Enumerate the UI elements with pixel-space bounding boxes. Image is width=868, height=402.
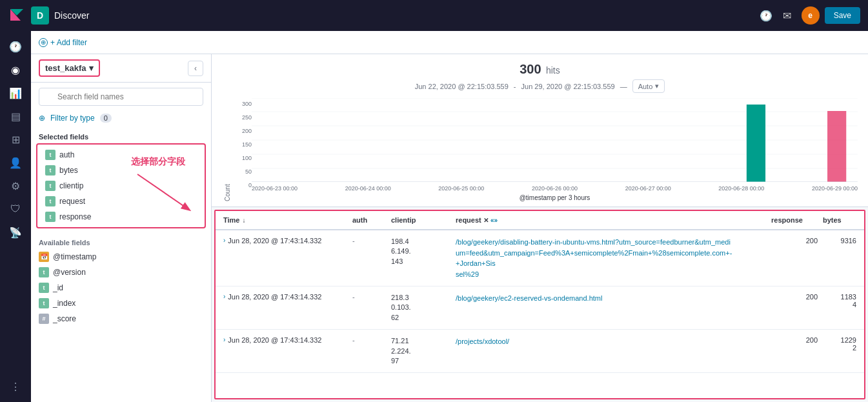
- x-label-3: 2020-06-25 00:00: [438, 185, 484, 192]
- td-expand-3[interactable]: › Jun 28, 2020 @ 17:43:14.332: [221, 335, 350, 345]
- kibana-logo-icon: [8, 6, 26, 25]
- expand-row-icon[interactable]: ›: [223, 336, 225, 343]
- field-item-bytes[interactable]: t bytes: [37, 163, 205, 178]
- td-clientip-1: 198.46.149.143: [389, 236, 453, 268]
- field-item-id[interactable]: t _id: [31, 280, 211, 296]
- content-area: 300 hits Jun 22, 2020 @ 22:15:03.559 - J…: [212, 54, 868, 402]
- nav-dots-icon[interactable]: ⋮: [5, 376, 26, 397]
- field-type-t-icon: t: [39, 283, 49, 293]
- th-time[interactable]: Time ↓: [221, 215, 350, 225]
- field-item-request[interactable]: t request: [37, 194, 205, 209]
- sidebar: test_kakfa ▾ ‹ ⌕ ⊕ Filter by type: [31, 54, 212, 402]
- chevron-down-icon: ▾: [89, 63, 94, 73]
- expand-row-icon[interactable]: ›: [223, 237, 225, 244]
- field-search-container: ⌕: [31, 83, 211, 111]
- clock-icon[interactable]: 🕐: [760, 10, 772, 22]
- index-name-label: test_kakfa: [45, 63, 86, 73]
- field-type-t-icon: t: [45, 212, 56, 222]
- index-selector[interactable]: test_kakfa ▾: [39, 59, 100, 77]
- td-expand-1[interactable]: › Jun 28, 2020 @ 17:43:14.332: [221, 236, 350, 246]
- th-time-label: Time: [223, 216, 239, 224]
- chevron-down-icon: ▾: [655, 82, 659, 90]
- field-item-auth[interactable]: t auth: [37, 147, 205, 163]
- auto-interval-select[interactable]: Auto ▾: [632, 79, 665, 93]
- field-type-t-icon: t: [39, 298, 49, 308]
- nav-clock-icon[interactable]: 🕐: [5, 36, 26, 57]
- nav-wifi-icon[interactable]: 📡: [5, 222, 26, 243]
- x-label-4: 2020-06-26 00:00: [532, 185, 578, 192]
- bell-icon[interactable]: ✉: [783, 10, 791, 22]
- sort-icon: ↓: [242, 217, 245, 224]
- field-item-score[interactable]: # _score: [31, 311, 211, 327]
- filter-circle-icon: ⊕: [39, 38, 48, 47]
- th-request-label: request: [456, 216, 481, 224]
- date-dash: —: [620, 83, 627, 90]
- nav-shield-icon[interactable]: 🛡: [5, 199, 26, 219]
- th-auth: auth: [350, 215, 389, 225]
- td-time-3: Jun 28, 2020 @ 17:43:14.332: [228, 336, 321, 344]
- sidebar-fields: Selected fields t auth t bytes: [31, 128, 211, 402]
- nav-grid-icon[interactable]: ⊞: [5, 129, 26, 150]
- td-clientip-2: 218.30.103.62: [389, 292, 453, 324]
- filter-by-type-button[interactable]: Filter by type: [50, 114, 95, 123]
- hits-count: 300: [520, 62, 541, 76]
- nav-sidebar: 🕐 ◉ 📊 ▤ ⊞ 👤 ⚙ 🛡 📡 ⋮: [0, 31, 31, 402]
- x-label-6: 2020-06-28 00:00: [718, 185, 764, 192]
- chart-wrapper: Count 300 250 200 150 100 50 0: [222, 98, 858, 201]
- field-name-response: response: [59, 212, 91, 221]
- td-request-3: /projects/xdotool/: [453, 335, 769, 348]
- field-item-timestamp[interactable]: 📅 @timestamp: [31, 249, 211, 265]
- th-request: request ✕ «»: [453, 215, 769, 225]
- y-axis-title: Count: [222, 98, 232, 201]
- search-field-input[interactable]: [39, 88, 203, 106]
- topbar: D Discover 🕐 ✉ e Save: [0, 0, 868, 31]
- save-button[interactable]: Save: [825, 7, 860, 24]
- x-axis-label: @timestamp per 3 hours: [252, 194, 858, 201]
- td-auth-3: -: [350, 335, 389, 345]
- td-time-2: Jun 28, 2020 @ 17:43:14.332: [228, 293, 321, 301]
- move-column-icon[interactable]: «»: [490, 217, 498, 224]
- field-name-version: @version: [53, 268, 86, 277]
- app-icon: D: [31, 6, 49, 25]
- td-bytes-3: 12292: [820, 335, 859, 353]
- field-name-id: _id: [53, 283, 63, 292]
- expand-row-icon[interactable]: ›: [223, 293, 225, 300]
- nav-gear-icon[interactable]: ⚙: [5, 176, 26, 196]
- td-time-1: Jun 28, 2020 @ 17:43:14.332: [228, 237, 321, 245]
- user-avatar[interactable]: e: [802, 6, 820, 25]
- add-filter-button[interactable]: ⊕ + Add filter: [39, 38, 87, 47]
- auto-label: Auto: [638, 83, 653, 90]
- field-name-auth: auth: [59, 150, 74, 159]
- td-response-2: 200: [769, 292, 820, 302]
- field-item-response[interactable]: t response: [37, 209, 205, 225]
- table-row: › Jun 28, 2020 @ 17:43:14.332 - 218.30.1…: [216, 286, 864, 330]
- nav-person-icon[interactable]: 👤: [5, 152, 26, 173]
- field-item-clientip[interactable]: t clientip: [37, 178, 205, 194]
- date-to: Jun 29, 2020 @ 22:15:03.559: [521, 83, 615, 90]
- nav-chart-icon[interactable]: 📊: [5, 83, 26, 103]
- field-type-t-icon: t: [45, 150, 56, 160]
- td-expand-2[interactable]: › Jun 28, 2020 @ 17:43:14.332: [221, 292, 350, 302]
- nav-layers-icon[interactable]: ▤: [5, 106, 26, 126]
- remove-column-icon[interactable]: ✕: [483, 217, 489, 224]
- table-row: › Jun 28, 2020 @ 17:43:14.332 - 71.212.2…: [216, 330, 864, 373]
- collapse-sidebar-button[interactable]: ‹: [188, 61, 203, 76]
- x-label-1: 2020-06-23 00:00: [252, 185, 298, 192]
- td-auth-1: -: [350, 236, 389, 246]
- field-item-index[interactable]: t _index: [31, 296, 211, 311]
- chart-section: 300 hits Jun 22, 2020 @ 22:15:03.559 - J…: [212, 54, 868, 207]
- td-clientip-3: 71.212.224.97: [389, 335, 453, 367]
- field-type-t-icon: t: [45, 181, 56, 191]
- td-request-2: /blog/geekery/ec2-reserved-vs-ondemand.h…: [453, 292, 769, 305]
- field-type-calendar-icon: 📅: [39, 252, 49, 262]
- td-bytes-2: 11834: [820, 292, 859, 310]
- nav-compass-icon[interactable]: ◉: [5, 59, 26, 80]
- th-clientip: clientip: [389, 215, 453, 225]
- field-name-request: request: [59, 197, 85, 206]
- filter-type-icon: ⊕: [39, 114, 45, 123]
- th-response: response: [769, 215, 820, 225]
- field-type-hash-icon: #: [39, 314, 49, 324]
- x-label-7: 2020-06-29 00:00: [812, 185, 858, 192]
- available-fields-label: Available fields: [31, 234, 211, 249]
- field-item-version[interactable]: t @version: [31, 265, 211, 280]
